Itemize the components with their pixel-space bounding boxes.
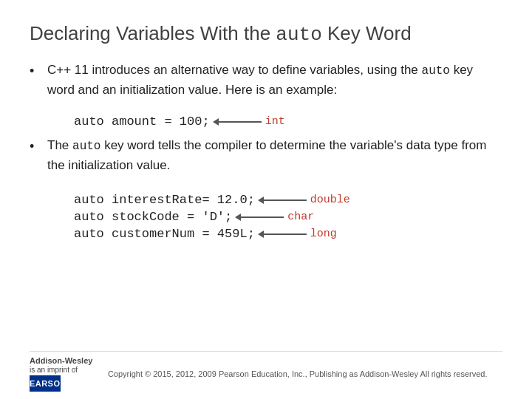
content-area: • C++ 11 introduces an alternative way t… bbox=[30, 61, 502, 351]
annotation-label-interest: double bbox=[310, 194, 350, 206]
pearson-logo-text: PEARSON bbox=[24, 379, 66, 388]
arrow-annotation-stock: char bbox=[239, 211, 314, 223]
bullet-dot-2: • bbox=[30, 137, 47, 157]
arrow-annotation-customer: long bbox=[262, 228, 337, 240]
arrow-line-1 bbox=[217, 121, 262, 123]
slide: Declaring Variables With the auto Key Wo… bbox=[0, 0, 532, 399]
slide-title: Declaring Variables With the auto Key Wo… bbox=[30, 22, 502, 46]
code-line-customer: auto customerNum = 459L; long bbox=[74, 227, 502, 241]
footer: Addison-Wesleyis an imprint of PEARSON C… bbox=[30, 351, 502, 392]
title-keyword: auto bbox=[276, 24, 321, 46]
annotation-label-stock: char bbox=[287, 211, 314, 223]
arrow-line-customer bbox=[262, 233, 307, 235]
annotation-label-1: int bbox=[265, 115, 285, 128]
arrow-line-stock bbox=[239, 216, 284, 218]
title-prefix: Declaring Variables With the bbox=[30, 22, 276, 44]
code-line-stock: auto stockCode = 'D'; char bbox=[74, 210, 502, 224]
logo-area: Addison-Wesleyis an imprint of PEARSON bbox=[30, 356, 92, 392]
bullet-text-2: The auto key word tells the compiler to … bbox=[47, 136, 502, 175]
pearson-logo-box: PEARSON bbox=[30, 375, 61, 392]
code-block-multi: auto interestRate= 12.0; double auto sto… bbox=[74, 193, 502, 244]
bullet-dot-1: • bbox=[30, 61, 47, 81]
code-line-interest: auto interestRate= 12.0; double bbox=[74, 193, 502, 207]
code-text-stock: auto stockCode = 'D'; bbox=[74, 210, 232, 224]
title-suffix: Key Word bbox=[322, 22, 412, 44]
footer-copyright: Copyright © 2015, 2012, 2009 Pearson Edu… bbox=[92, 369, 502, 378]
arrow-line-interest bbox=[262, 200, 307, 201]
arrow-annotation-1: int bbox=[217, 115, 285, 128]
code-line-1: auto amount = 100; bbox=[74, 115, 210, 129]
logo-aw-text: Addison-Wesleyis an imprint of bbox=[30, 356, 92, 374]
bullet-2: • The auto key word tells the compiler t… bbox=[30, 136, 502, 175]
code-block-1: auto amount = 100; int bbox=[74, 115, 502, 129]
logo-pearson: PEARSON bbox=[30, 375, 61, 392]
bullet-text-1: C++ 11 introduces an alternative way to … bbox=[47, 61, 502, 100]
bullet-1: • C++ 11 introduces an alternative way t… bbox=[30, 61, 502, 100]
arrow-annotation-interest: double bbox=[262, 194, 350, 206]
code-text-customer: auto customerNum = 459L; bbox=[74, 227, 255, 241]
code-text-interest: auto interestRate= 12.0; bbox=[74, 193, 255, 207]
annotation-label-customer: long bbox=[310, 228, 337, 240]
